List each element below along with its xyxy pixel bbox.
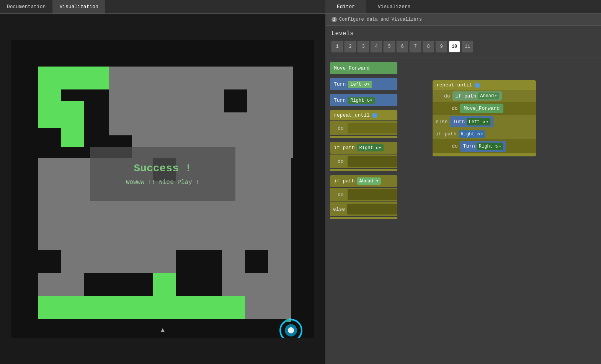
editor-else-row-1: else Turn Left ↺ ▾ <box>433 115 536 129</box>
tab-visualization[interactable]: Visualization <box>52 0 105 13</box>
svg-rect-8 <box>155 89 201 112</box>
level-btn-1[interactable]: 1 <box>332 41 343 52</box>
editor-if-label-2: if path <box>436 131 457 137</box>
block-if-path-right: if path Right ↻▾ do <box>330 142 397 171</box>
right-nav: Editor Visualizers <box>325 0 601 13</box>
editor-if-text-1: if path <box>456 93 477 99</box>
level-btn-10[interactable]: 10 <box>449 41 460 52</box>
editor-turn-right[interactable]: Turn Right ↻ ▾ <box>460 141 506 152</box>
blocks-area: Move_Forward Turn Left ↺▾ Turn Right ↻▾ … <box>325 57 601 364</box>
svg-rect-46 <box>268 158 291 204</box>
if-do-row-2: do <box>330 188 397 202</box>
svg-rect-69 <box>245 296 268 319</box>
svg-rect-28 <box>38 158 84 181</box>
editor-turn-left-dropdown[interactable]: Left ↺ ▾ <box>467 118 490 125</box>
svg-rect-70 <box>268 273 291 319</box>
right-panel: i Configure data and Visualizers Levels … <box>325 14 601 364</box>
editor-do-inner-2: do Turn Right ↻ ▾ <box>433 139 536 153</box>
svg-rect-67 <box>199 296 222 319</box>
level-btn-8[interactable]: 8 <box>423 41 434 52</box>
svg-rect-45 <box>245 181 268 227</box>
editor-right-dropdown[interactable]: Right ↻ ▾ <box>459 130 485 138</box>
blocks-palette: Move_Forward Turn Left ↺▾ Turn Right ↻▾ … <box>325 57 402 364</box>
svg-rect-51 <box>84 227 107 273</box>
svg-rect-66 <box>176 296 199 319</box>
tab-documentation[interactable]: Documentation <box>0 0 52 13</box>
if-path-right-header[interactable]: if path Right ↻▾ <box>330 142 397 154</box>
editor-repeat-dot <box>475 83 480 88</box>
if-path-ahead-header[interactable]: if path Ahead ▾ <box>330 175 397 187</box>
svg-rect-38 <box>130 204 176 227</box>
level-btn-6[interactable]: 6 <box>397 41 408 52</box>
else-slot <box>347 204 397 214</box>
level-btn-5[interactable]: 5 <box>384 41 395 52</box>
svg-rect-6 <box>132 67 155 89</box>
if-ahead-end <box>330 217 397 219</box>
editor-turn-left[interactable]: Turn Left ↺ ▾ <box>450 116 493 127</box>
svg-rect-15 <box>201 89 224 135</box>
level-btn-9[interactable]: 9 <box>436 41 447 52</box>
block-turn-left[interactable]: Turn Left ↺▾ <box>330 78 397 90</box>
do-label-3: do <box>336 191 345 198</box>
svg-rect-56 <box>153 227 176 250</box>
svg-rect-53 <box>107 250 153 273</box>
svg-rect-52 <box>107 227 130 250</box>
block-turn-right[interactable]: Turn Right ↻▾ <box>330 94 397 106</box>
configure-bar: i Configure data and Visualizers <box>325 14 601 26</box>
editor-do-label-3: do <box>452 143 458 149</box>
svg-rect-29 <box>61 181 84 204</box>
repeat-until-header[interactable]: repeat_until <box>330 110 397 120</box>
editor-repeat-block: repeat_until do if path Ahead ▾ <box>433 80 536 156</box>
turn-right-dropdown[interactable]: Right ↻▾ <box>348 97 375 104</box>
top-nav: Documentation Visualization Editor Visua… <box>0 0 601 14</box>
editor-if-path-ahead[interactable]: if path Ahead ▾ <box>452 91 502 101</box>
main-layout: Success ! Wowww !! Nice Play ! ▲ i Confi… <box>0 14 601 364</box>
block-if-path-ahead: if path Ahead ▾ do else <box>330 175 397 219</box>
editor-if-row-right: if path Right ↻ ▾ <box>433 129 536 139</box>
levels-section: Levels 1 2 3 4 5 6 7 8 9 10 11 <box>325 26 601 57</box>
level-btn-4[interactable]: 4 <box>371 41 382 52</box>
editor-ahead-dropdown[interactable]: Ahead ▾ <box>478 93 499 99</box>
level-btn-2[interactable]: 2 <box>345 41 356 52</box>
svg-rect-72 <box>245 273 268 296</box>
svg-rect-13 <box>270 67 293 112</box>
block-move-forward[interactable]: Move_Forward <box>330 62 397 74</box>
else-label: else <box>333 206 345 212</box>
editor-block-group: repeat_until do if path Ahead ▾ <box>433 80 536 156</box>
success-overlay: Success ! Wowww !! Nice Play ! <box>90 147 235 201</box>
level-btn-7[interactable]: 7 <box>410 41 421 52</box>
svg-rect-9 <box>178 67 201 89</box>
if-path-ahead-dropdown[interactable]: Ahead ▾ <box>357 177 381 185</box>
svg-rect-48 <box>38 227 84 250</box>
turn-right-text: Turn <box>334 98 346 103</box>
turn-left-dropdown[interactable]: Left ↺▾ <box>348 81 372 88</box>
repeat-do-row: do <box>330 121 397 135</box>
bottom-arrow[interactable]: ▲ <box>161 327 165 334</box>
editor-turn-right-dropdown[interactable]: Right ↻ ▾ <box>477 143 503 150</box>
do-slot-3 <box>348 189 397 200</box>
if-path-text-1: if path <box>334 145 355 151</box>
level-btn-11[interactable]: 11 <box>462 41 473 52</box>
tab-editor[interactable]: Editor <box>325 0 366 13</box>
svg-rect-71 <box>222 296 245 319</box>
editor-repeat-header[interactable]: repeat_until <box>433 80 536 90</box>
editor-repeat-end <box>433 153 536 156</box>
block-repeat-until: repeat_until do <box>330 110 397 138</box>
svg-rect-62 <box>38 296 61 319</box>
svg-point-75 <box>288 327 294 333</box>
do-slot-2 <box>348 156 397 167</box>
svg-rect-21 <box>178 112 201 135</box>
level-btn-3[interactable]: 3 <box>358 41 369 52</box>
svg-rect-64 <box>130 296 153 319</box>
svg-rect-55 <box>153 250 176 273</box>
if-path-right-dropdown[interactable]: Right ↻▾ <box>357 144 384 151</box>
tab-visualizers[interactable]: Visualizers <box>366 0 422 13</box>
do-label-2: do <box>336 158 345 165</box>
if-path-text-2: if path <box>334 178 355 184</box>
levels-buttons: 1 2 3 4 5 6 7 8 9 10 11 <box>332 41 595 52</box>
editor-do-row-1: do if path Ahead ▾ <box>433 90 536 102</box>
editor-turn-right-label: Turn <box>463 143 475 149</box>
svg-rect-77 <box>289 318 291 320</box>
editor-move-forward[interactable]: Move_Forward <box>460 104 504 113</box>
configure-text: Configure data and Visualizers <box>339 17 422 22</box>
